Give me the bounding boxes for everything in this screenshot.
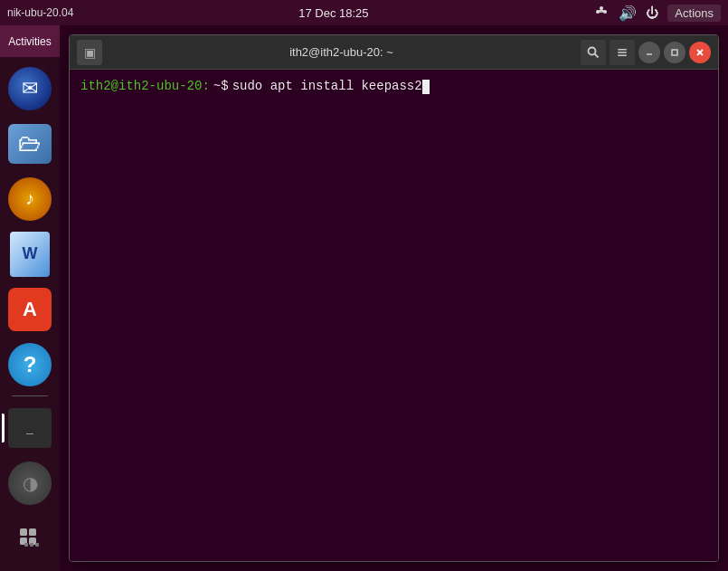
terminal-cursor [422, 80, 430, 94]
sidebar-item-files[interactable]: 🗁 [4, 118, 56, 169]
files-icon: 🗁 [8, 124, 52, 164]
svg-rect-16 [618, 52, 627, 53]
sidebar: Activities 🗁 ♪ W A ? [0, 25, 60, 571]
svg-line-14 [595, 53, 599, 57]
window-title: nik-ubu-20.04 [7, 6, 73, 19]
svg-point-13 [589, 47, 596, 54]
rhythmbox-icon: ♪ [8, 177, 52, 221]
writer-icon: W [10, 232, 50, 277]
terminal-titlebar: ▣ ith2@ith2-ubu-20: ~ [70, 35, 718, 70]
svg-rect-17 [618, 54, 627, 56]
activities-button[interactable]: Activities [0, 25, 60, 57]
network-icon[interactable] [593, 4, 610, 23]
sidebar-item-help[interactable]: ? [4, 338, 56, 390]
svg-rect-19 [672, 50, 677, 55]
svg-rect-6 [20, 528, 27, 536]
terminal-tab-symbol: ▣ [84, 45, 96, 60]
terminal-close-button[interactable] [689, 42, 711, 63]
svg-rect-12 [35, 543, 39, 547]
svg-rect-10 [24, 543, 28, 547]
terminal-title-text: ith2@ith2-ubu-20: ~ [289, 45, 393, 59]
volume-icon[interactable]: 🔊 [619, 5, 637, 22]
svg-rect-15 [618, 49, 627, 51]
terminal-tab-icon: ▣ [77, 40, 102, 65]
desktop: Activities 🗁 ♪ W A ? [0, 25, 728, 571]
topbar-clock: 17 Dec 18:25 [73, 6, 593, 20]
sidebar-divider [12, 395, 48, 396]
terminal-prompt-line: ith2@ith2-ubu-20: ~$ sudo apt install ke… [80, 77, 707, 96]
help-icon: ? [8, 343, 52, 386]
terminal-title: ith2@ith2-ubu-20: ~ [106, 45, 577, 59]
terminal-btn-group [581, 40, 711, 65]
sidebar-item-thunderbird[interactable] [4, 62, 56, 114]
sidebar-item-show-apps[interactable] [4, 512, 56, 564]
sidebar-item-rhythmbox[interactable]: ♪ [4, 173, 56, 224]
activities-label: Activities [8, 35, 51, 48]
terminal-search-button[interactable] [581, 40, 606, 65]
sidebar-item-appstore[interactable]: A [4, 283, 56, 335]
prompt-symbol: ~$ [213, 77, 229, 96]
actions-button[interactable]: Actions [667, 5, 721, 22]
appstore-icon: A [8, 288, 52, 331]
mysterious-icon: ◑ [8, 462, 52, 505]
svg-point-3 [600, 6, 603, 10]
main-area: ▣ ith2@ith2-ubu-20: ~ [60, 25, 728, 571]
prompt-command: sudo apt install keepass2 [232, 77, 422, 96]
topbar-right: 🔊 ⏻ Actions [593, 4, 721, 23]
terminal-window: ▣ ith2@ith2-ubu-20: ~ [69, 34, 719, 562]
power-icon[interactable]: ⏻ [646, 5, 658, 20]
thunderbird-icon [8, 67, 52, 110]
terminal-minimize-button[interactable] [638, 42, 660, 63]
prompt-user: ith2@ith2-ubu-20: [80, 77, 210, 96]
sidebar-item-mysterious[interactable]: ◑ [4, 457, 56, 509]
terminal-maximize-button[interactable] [664, 42, 685, 63]
terminal-body[interactable]: ith2@ith2-ubu-20: ~$ sudo apt install ke… [70, 70, 718, 561]
terminal-icon: _ [8, 408, 52, 448]
svg-rect-11 [30, 543, 33, 547]
gnome-topbar: nik-ubu-20.04 17 Dec 18:25 🔊 ⏻ Actions [0, 0, 728, 25]
datetime-display: 17 Dec 18:25 [298, 6, 368, 20]
terminal-menu-button[interactable] [610, 40, 635, 65]
topbar-left: nik-ubu-20.04 [7, 6, 73, 19]
svg-rect-7 [29, 528, 36, 536]
grid-icon [8, 519, 52, 558]
sidebar-item-writer[interactable]: W [4, 228, 56, 280]
sidebar-item-terminal[interactable]: _ [4, 402, 56, 453]
